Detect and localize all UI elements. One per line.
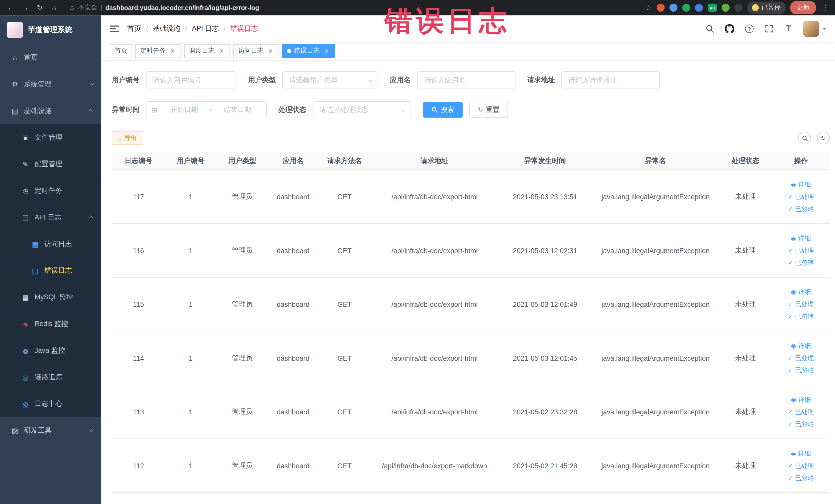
tab-错误日志[interactable]: 错误日志× xyxy=(282,44,335,58)
action-process-link[interactable]: ✓已处理 xyxy=(788,461,814,470)
font-size-icon[interactable]: T xyxy=(783,23,794,34)
action-process-link[interactable]: ✓已处理 xyxy=(788,192,814,201)
export-button[interactable]: ↓ 导出 xyxy=(112,131,143,145)
cell-user-type: 管理员 xyxy=(216,385,268,439)
action-ignore-link[interactable]: ✓已忽略 xyxy=(788,366,814,375)
tab-访问日志[interactable]: 访问日志× xyxy=(233,44,279,58)
page-content: 用户编号 用户类型 请选择用户类型 应用名 xyxy=(101,60,835,504)
filter-request-url: 请求地址 xyxy=(527,72,660,88)
user-type-select[interactable]: 请选择用户类型 xyxy=(282,72,378,88)
action-ignore-link[interactable]: ✓已忽略 xyxy=(788,258,814,267)
sidebar-item-mysql-monitor[interactable]: ▦MySQL 监控 xyxy=(0,284,101,311)
redis-icon: ◈ xyxy=(21,320,30,328)
action-ignore-link[interactable]: ✓已忽略 xyxy=(788,473,814,482)
reset-button[interactable]: ↻ 重置 xyxy=(469,102,508,118)
refresh-table-button[interactable]: ↻ xyxy=(817,132,830,144)
tab-label: 调度日志 xyxy=(189,46,215,56)
kebab-icon[interactable]: ⋮ xyxy=(821,4,830,12)
hamburger-icon[interactable] xyxy=(109,26,119,32)
sidebar-item-label: 研发工具 xyxy=(24,426,52,435)
sidebar-item-system-mgmt[interactable]: ⚙系统管理 xyxy=(0,71,101,98)
cell-time: 2021-05-02 21:45:28 xyxy=(498,439,592,492)
user-id-input[interactable] xyxy=(146,72,237,88)
sidebar-item-api-log[interactable]: ▥API 日志 xyxy=(0,204,101,231)
fullscreen-icon[interactable] xyxy=(763,23,774,34)
sidebar-item-log-center[interactable]: ▧日志中心 xyxy=(0,390,101,417)
close-icon[interactable]: × xyxy=(169,47,176,55)
ext-circle-green-icon[interactable] xyxy=(682,4,690,12)
filter-app-name: 应用名 xyxy=(390,72,516,88)
sidebar-item-config-mgmt[interactable]: ✎配置管理 xyxy=(0,151,101,177)
sidebar-item-cron-job[interactable]: ◷定时任务 xyxy=(0,177,101,204)
tab-调度日志[interactable]: 调度日志× xyxy=(184,44,230,58)
breadcrumb-item[interactable]: 首页 xyxy=(127,24,141,33)
tab-定时任务[interactable]: 定时任务× xyxy=(135,44,181,58)
sidebar-item-redis-monitor[interactable]: ◈Redis 监控 xyxy=(0,311,101,337)
forward-icon[interactable]: → xyxy=(20,2,31,13)
eye-icon: ◉ xyxy=(791,343,796,349)
sidebar-item-trace[interactable]: ◎链路追踪 xyxy=(0,364,101,390)
search-icon xyxy=(431,106,438,113)
action-detail-link[interactable]: ◉详细 xyxy=(791,234,811,243)
action-process-link[interactable]: ✓已处理 xyxy=(788,354,814,363)
breadcrumb-item[interactable]: API 日志 xyxy=(192,24,219,33)
breadcrumb-item[interactable]: 基础设施 xyxy=(153,24,180,33)
action-ignore-link[interactable]: ✓已忽略 xyxy=(788,204,814,213)
sidebar-item-label: 系统管理 xyxy=(24,79,52,89)
ext-circle-red-icon[interactable] xyxy=(657,4,665,12)
eye-icon: ◉ xyxy=(791,182,796,187)
breadcrumb-separator: / xyxy=(185,25,187,33)
sidebar-item-dev-tools[interactable]: ▨研发工具 xyxy=(0,417,101,444)
action-process-link[interactable]: ✓已处理 xyxy=(788,407,814,416)
request-url-input[interactable] xyxy=(562,72,660,88)
sidebar-item-file-mgmt[interactable]: ▣文件管理 xyxy=(0,124,101,151)
action-detail-link[interactable]: ◉详细 xyxy=(791,395,811,404)
app-name-input[interactable] xyxy=(417,72,515,88)
address-bar[interactable]: ⚠ 不安全 dashboard.yudao.iocoder.cn/infra/l… xyxy=(69,3,646,12)
close-icon[interactable]: × xyxy=(218,47,225,55)
ext-leaf-green-icon[interactable] xyxy=(721,4,730,12)
check-icon: ✓ xyxy=(788,194,793,200)
sidebar-item-home[interactable]: ⌂首页 xyxy=(0,44,101,71)
browser-home-icon[interactable]: ⌂ xyxy=(48,2,60,13)
search-icon[interactable] xyxy=(705,23,715,34)
action-process-link[interactable]: ✓已处理 xyxy=(788,300,814,309)
sidebar-item-error-log[interactable]: ▤错误日志 xyxy=(0,257,101,284)
exception-time-range-picker[interactable]: ⊞ 开始日期 - 结束日期 xyxy=(146,101,267,118)
avatar-dropdown[interactable] xyxy=(803,21,827,37)
tab-label: 定时任务 xyxy=(140,46,166,56)
ext-grid-blue-icon[interactable] xyxy=(695,4,703,12)
reload-icon[interactable]: ↻ xyxy=(34,2,45,13)
sidebar-item-access-log[interactable]: ▤访问日志 xyxy=(0,231,101,258)
ext-paw-dark-icon[interactable] xyxy=(734,4,742,12)
eye-icon: ◉ xyxy=(791,450,796,456)
process-status-label: 处理状态 xyxy=(279,105,306,115)
paused-badge[interactable]: 已暂停 xyxy=(747,2,786,14)
sidebar-item-infrastructure[interactable]: ▤基础设施 xyxy=(0,98,101,124)
back-icon[interactable]: ← xyxy=(5,2,17,13)
hide-search-button[interactable] xyxy=(798,132,811,144)
close-icon[interactable]: × xyxy=(267,47,274,55)
ext-drop-blue-icon[interactable] xyxy=(669,4,677,12)
cell-user-id: 1 xyxy=(165,278,216,331)
action-detail-link[interactable]: ◉详细 xyxy=(791,287,811,297)
close-icon[interactable]: × xyxy=(323,47,330,55)
search-button[interactable]: 搜索 xyxy=(423,102,463,118)
github-icon[interactable] xyxy=(725,23,735,34)
help-icon[interactable]: ? xyxy=(744,23,754,34)
action-ignore-link[interactable]: ✓已忽略 xyxy=(788,312,814,321)
action-detail-link[interactable]: ◉详细 xyxy=(791,341,811,350)
eye-icon: ◉ xyxy=(791,289,796,295)
sidebar-item-java-monitor[interactable]: ▩Java 监控 xyxy=(0,337,101,364)
ext-on-badge-icon[interactable]: on xyxy=(708,4,717,12)
process-status-select[interactable]: 请选择处理状态 xyxy=(313,101,411,118)
browser-update-button[interactable]: 更新 xyxy=(790,1,816,14)
action-ignore-link[interactable]: ✓已忽略 xyxy=(788,420,814,428)
star-icon[interactable]: ☆ xyxy=(646,4,652,12)
export-button-label: 导出 xyxy=(124,134,137,142)
action-process-link[interactable]: ✓已处理 xyxy=(788,246,814,255)
action-detail-link[interactable]: ◉详细 xyxy=(791,180,811,189)
action-process-label: 已处理 xyxy=(795,407,814,416)
tab-首页[interactable]: 首页 xyxy=(109,44,132,58)
action-detail-link[interactable]: ◉详细 xyxy=(791,449,811,458)
